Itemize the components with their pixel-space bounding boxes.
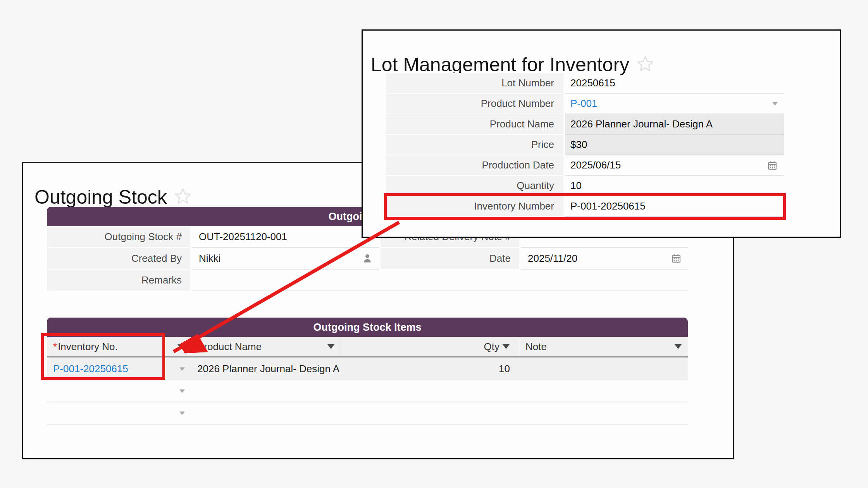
inventory-number-field: P-001-20250615 <box>565 196 784 217</box>
product-number-link[interactable]: P-001 <box>570 98 597 109</box>
section-header-label: Outgoing Stock Items <box>313 321 421 333</box>
created-by-field[interactable]: Nikki <box>192 248 379 270</box>
field-label: Product Number <box>386 94 563 113</box>
field-row: Quantity 10 <box>386 176 784 196</box>
row-chevron-down-icon[interactable] <box>179 411 185 415</box>
screenshot-canvas: Outgoing Stock Outgoing Stock Outgoing S… <box>0 0 868 488</box>
column-header-label: Note <box>525 341 547 353</box>
field-row: Inventory Number P-001-20250615 <box>386 196 784 217</box>
column-header-label: Qty <box>484 341 499 353</box>
date-value: 2025/11/20 <box>528 253 577 264</box>
field-row: Remarks <box>47 270 688 291</box>
user-icon <box>362 253 373 264</box>
date-field[interactable]: 2025/11/20 <box>521 248 688 270</box>
remarks-field[interactable] <box>192 270 688 291</box>
quantity-field[interactable]: 10 <box>565 176 784 196</box>
field-label: Date <box>381 248 519 269</box>
column-header-label: Inventory No. <box>58 341 118 353</box>
table-header-row: * Inventory No. Product Name Qty Note <box>47 337 688 357</box>
page-title-text: Lot Management for Inventory <box>371 53 629 76</box>
page-title: Outgoing Stock <box>34 185 192 210</box>
product-name-field: 2026 Planner Journal- Design A <box>565 114 784 135</box>
lot-number-field[interactable]: 20250615 <box>565 73 784 94</box>
calendar-icon[interactable] <box>671 253 682 264</box>
field-row: Lot Number 20250615 <box>386 73 784 94</box>
field-row: Created By Nikki Date 2025/11/20 <box>47 248 688 270</box>
lot-field-rows: Lot Number 20250615 Product Number P-001… <box>386 73 784 217</box>
field-label: Price <box>386 135 563 155</box>
lot-management-window: Lot Management for Inventory Lot Number … <box>362 29 841 238</box>
inventory-no-cell-empty <box>47 402 191 424</box>
section-header-outgoing-stock-items: Outgoing Stock Items <box>47 318 688 337</box>
table-row: P-001-20250615 2026 Planner Journal- Des… <box>47 357 688 380</box>
column-filter-chevron-down-icon[interactable] <box>327 344 334 349</box>
production-date-value: 2025/06/15 <box>570 159 621 171</box>
column-header-note: Note <box>519 337 688 356</box>
product-name-cell: 2026 Planner Journal- Design A <box>191 357 341 380</box>
outgoing-stock-items-table: * Inventory No. Product Name Qty Note <box>47 337 688 424</box>
table-empty-row <box>47 402 688 424</box>
column-filter-chevron-down-icon[interactable] <box>177 344 184 349</box>
table-empty-row <box>47 380 688 402</box>
row-chevron-down-icon[interactable] <box>179 367 185 371</box>
calendar-icon[interactable] <box>767 160 778 171</box>
column-header-label: Product Name <box>197 341 262 353</box>
created-by-value: Nikki <box>199 253 220 264</box>
field-row: Product Number P-001 <box>386 94 784 114</box>
field-label: Product Name <box>386 114 563 134</box>
column-filter-chevron-down-icon[interactable] <box>675 344 682 349</box>
field-label: Outgoing Stock # <box>47 226 190 247</box>
production-date-field[interactable]: 2025/06/15 <box>565 155 784 176</box>
field-row: Production Date 2025/06/15 <box>386 155 784 176</box>
field-label: Created By <box>47 248 190 269</box>
field-label: Quantity <box>386 176 563 196</box>
qty-cell: 10 <box>341 357 519 380</box>
field-label: Lot Number <box>386 73 563 93</box>
field-row: Product Name 2026 Planner Journal- Desig… <box>386 114 784 135</box>
column-header-product-name: Product Name <box>191 337 341 356</box>
outgoing-stock-number-field[interactable]: OUT-20251120-001 <box>192 226 379 248</box>
page-title-text: Outgoing Stock <box>34 186 167 208</box>
field-label: Production Date <box>386 155 563 175</box>
favorite-star-icon[interactable] <box>174 187 192 210</box>
field-row: Price $30 <box>386 135 784 155</box>
inventory-no-link[interactable]: P-001-20250615 <box>53 363 128 375</box>
price-field: $30 <box>565 135 784 155</box>
dropdown-chevron-down-icon[interactable] <box>772 102 778 105</box>
column-filter-chevron-down-icon[interactable] <box>503 344 510 349</box>
required-marker: * <box>53 341 57 353</box>
field-label: Inventory Number <box>386 196 563 216</box>
note-cell <box>519 357 688 380</box>
column-header-qty: Qty <box>341 337 519 356</box>
product-number-field[interactable]: P-001 <box>565 94 784 114</box>
inventory-no-cell-empty <box>47 380 191 402</box>
column-header-inventory-no: * Inventory No. <box>47 337 191 356</box>
field-label: Remarks <box>47 270 190 290</box>
inventory-no-cell: P-001-20250615 <box>47 357 191 380</box>
row-chevron-down-icon[interactable] <box>179 389 185 393</box>
